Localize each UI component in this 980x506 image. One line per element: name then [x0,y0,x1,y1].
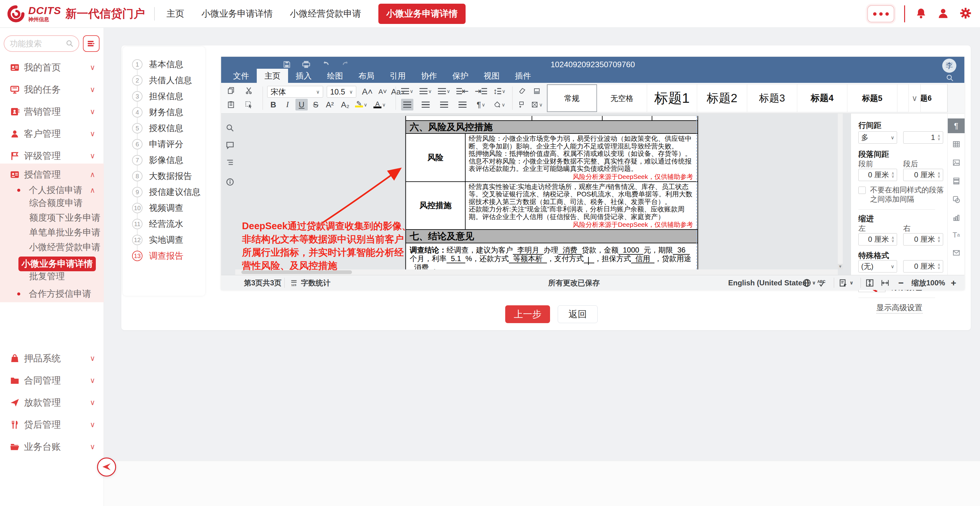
spellcheck-icon[interactable]: ABC [817,275,827,290]
numbered-list-icon[interactable]: ∨ [420,85,432,97]
page-setup-panel-icon[interactable] [948,174,965,189]
decrease-indent-icon[interactable]: ⇤ [457,85,469,97]
superscript-button[interactable]: A² [324,99,336,111]
menu-collapse-button[interactable] [83,35,100,52]
sidebar-item-approval-mgmt[interactable]: 批复管理 [29,270,65,282]
back-button[interactable]: 返回 [558,305,598,323]
shading-box-icon[interactable] [531,85,543,97]
select-icon[interactable] [243,99,255,111]
justify-button[interactable] [457,99,469,111]
special-format-amount[interactable]: 0 厘米∧∨ [903,260,943,273]
align-right-button[interactable] [438,99,450,111]
word-count-button[interactable]: 123 字数统计 [290,275,331,290]
editor-tab-protect[interactable]: 保护 [445,69,476,83]
sidebar-item-partner-credit[interactable]: 合作方授信申请 [0,286,104,303]
tab-home[interactable]: 主页 [167,8,184,20]
sidebar-item-collateral[interactable]: 押品系统∨ [0,347,104,370]
scroll-down-arrow[interactable]: ▼ [838,264,843,270]
strikethrough-button[interactable]: S [310,99,322,111]
style-no-spacing[interactable]: 无空格 [597,84,647,112]
sidebar-item-marketing[interactable]: 营销管理∨ [0,101,104,123]
step-item-5[interactable]: 5授权信息 [123,122,205,135]
indent-left-input[interactable]: 0 厘米∧∨ [858,233,897,246]
editor-tab-references[interactable]: 引用 [382,69,414,83]
step-item-2[interactable]: 2共借人信息 [123,74,205,87]
step-item-6[interactable]: 6申请评分 [123,138,205,151]
highlight-color-button[interactable]: ✎∨ [355,99,367,111]
zoom-out-button[interactable]: − [898,275,904,290]
step-item-8[interactable]: 8大数据报告 [123,170,205,182]
notification-bell-icon[interactable] [915,7,927,21]
step-item-7[interactable]: 7影像信息 [123,154,205,166]
editor-tab-draw[interactable]: 绘图 [320,69,351,83]
style-heading6[interactable]: 标题6 [897,84,947,112]
headings-outline-icon[interactable] [226,158,235,167]
editor-tab-collaboration[interactable]: 协作 [414,69,445,83]
paste-icon[interactable] [225,99,237,111]
bullet-list-icon[interactable]: ∨ [401,85,414,97]
style-heading2[interactable]: 标题2 [697,84,747,112]
sidebar-item-single-batch-biz[interactable]: 单笔单批业务申请 [29,227,100,239]
style-heading5[interactable]: 标题5 [847,84,897,112]
step-item-11[interactable]: 11经营流水 [123,218,205,230]
vertical-scrollbar[interactable]: ▼ [838,114,843,270]
styles-more-chevron[interactable]: ∨ [908,84,921,112]
sidebar-item-micro-loan-apply[interactable]: 小微经营贷款申请 [29,241,100,254]
sidebar-item-personal-credit[interactable]: 个人授信申请 ∧ [0,182,104,199]
bold-button[interactable]: B [267,99,280,111]
clear-format-icon[interactable] [516,85,528,97]
editor-tab-plugins[interactable]: 插件 [508,69,539,83]
line-spacing-amount[interactable]: 1∧∨ [903,131,943,144]
search-input[interactable] [9,39,66,49]
tab-micro-detail-1[interactable]: 小微业务申请详情 [202,8,273,20]
spacing-after-input[interactable]: 0 厘米∧∨ [903,169,943,181]
cut-icon[interactable] [243,85,255,96]
editor-tab-home[interactable]: 主页 [257,69,288,83]
track-changes-icon[interactable]: ∨ [839,275,853,290]
align-left-button[interactable] [401,99,414,111]
sidebar-item-contracts[interactable]: 合同管理∨ [0,370,104,392]
font-size-select[interactable]: 10.5∨ [327,86,356,98]
table-panel-icon[interactable] [948,137,965,152]
comments-icon[interactable] [226,141,235,150]
font-color-button[interactable]: A∨ [374,99,386,111]
editor-search-icon[interactable] [946,74,954,83]
prev-step-button[interactable]: 上一步 [505,305,550,323]
shrink-font-icon[interactable]: A˅ [377,86,389,98]
table-frame-icon[interactable]: ∨ [531,99,543,111]
style-heading3[interactable]: 标题3 [747,84,797,112]
same-style-checkbox[interactable] [858,187,866,194]
tab-micro-loan-apply[interactable]: 小微经营贷款申请 [290,8,361,20]
editor-tab-insert[interactable]: 插入 [288,69,320,83]
shapes-panel-icon[interactable] [948,192,965,207]
increase-indent-icon[interactable]: ⇥ [475,85,487,97]
step-item-3[interactable]: 3担保信息 [123,90,205,103]
line-spacing-icon[interactable]: ↕∨ [493,85,506,97]
zoom-in-button[interactable]: + [951,275,956,290]
step-item-1[interactable]: 1基本信息 [123,58,205,71]
step-item-4[interactable]: 4财务信息 [123,106,205,119]
shading-fill-button[interactable]: ∨ [493,99,506,111]
text-art-panel-icon[interactable]: Ta [948,228,965,243]
subscript-button[interactable]: A₂ [339,99,352,111]
globe-icon[interactable] [802,275,811,290]
sidebar-item-composite-limit[interactable]: 综合额度申请 [29,197,83,209]
messages-bubble-button[interactable] [867,5,894,22]
indent-right-input[interactable]: 0 厘米∧∨ [903,233,943,246]
mail-merge-panel-icon[interactable] [948,246,965,260]
step-item-9[interactable]: 9授信建议信息 [123,186,205,198]
sidebar-item-my-home[interactable]: 我的首页∨ [0,57,104,79]
editor-tab-view[interactable]: 视图 [476,69,508,83]
italic-button[interactable]: I [281,99,294,111]
style-heading4[interactable]: 标题4 [797,84,847,112]
grow-font-icon[interactable]: A˄ [361,86,374,98]
settings-gear-icon[interactable] [959,7,972,21]
advanced-settings-link[interactable]: 显示高级设置 [851,303,948,312]
align-center-button[interactable] [420,99,432,111]
find-icon[interactable] [226,123,235,133]
info-icon[interactable] [226,178,235,187]
line-spacing-select[interactable]: 多∨ [858,131,897,144]
fit-page-icon[interactable] [865,275,874,290]
borders-icon[interactable] [516,99,528,111]
image-panel-icon[interactable] [948,155,965,170]
